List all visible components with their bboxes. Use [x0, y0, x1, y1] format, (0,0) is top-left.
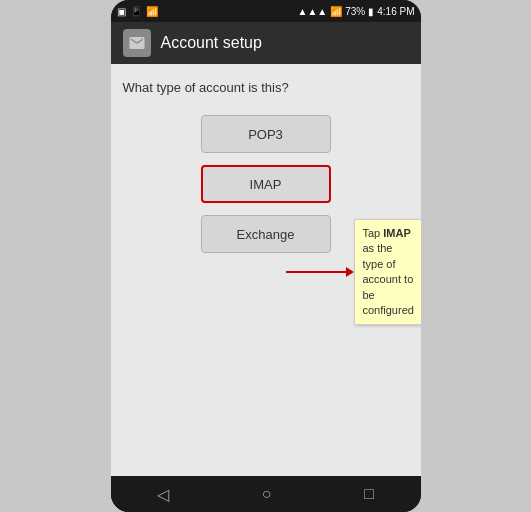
battery-icon: ▮ [368, 6, 374, 17]
whatsapp-icon: 📱 [130, 6, 142, 17]
arrow-head [346, 267, 354, 277]
question-text: What type of account is this? [123, 80, 409, 95]
arrow-shaft [286, 271, 346, 273]
tooltip-box: Tap IMAP as the type of account to be co… [354, 219, 421, 325]
tooltip-container: Tap IMAP as the type of account to be co… [286, 219, 421, 325]
arrow-line [286, 267, 354, 277]
title-bar: Account setup [111, 22, 421, 64]
signal-bars: ▲▲▲ [298, 6, 328, 17]
time-display: 4:16 PM [377, 6, 414, 17]
tooltip-highlight: IMAP [383, 227, 411, 239]
imap-button[interactable]: IMAP [201, 165, 331, 203]
status-bar-right: ▲▲▲ 📶 73% ▮ 4:16 PM [298, 6, 415, 17]
phone-frame: ▣ 📱 📶 ▲▲▲ 📶 73% ▮ 4:16 PM Account setup … [111, 0, 421, 512]
tooltip-text-after: as the type of account to be configured [363, 242, 414, 316]
app-icon [123, 29, 151, 57]
tooltip-text-before: Tap [363, 227, 384, 239]
recent-apps-button[interactable]: □ [364, 485, 374, 503]
wifi-icon: 📶 [330, 6, 342, 17]
pop3-button[interactable]: POP3 [201, 115, 331, 153]
envelope-icon [128, 34, 146, 52]
back-button[interactable]: ◁ [157, 485, 169, 504]
status-bar-left: ▣ 📱 📶 [117, 6, 158, 17]
battery-percent: 73% [345, 6, 365, 17]
home-button[interactable]: ○ [262, 485, 272, 503]
nav-bar: ◁ ○ □ [111, 476, 421, 512]
main-content: What type of account is this? POP3 IMAP … [111, 64, 421, 476]
status-bar: ▣ 📱 📶 ▲▲▲ 📶 73% ▮ 4:16 PM [111, 0, 421, 22]
signal-icon: 📶 [146, 6, 158, 17]
notification-icon: ▣ [117, 6, 126, 17]
page-title: Account setup [161, 34, 262, 52]
